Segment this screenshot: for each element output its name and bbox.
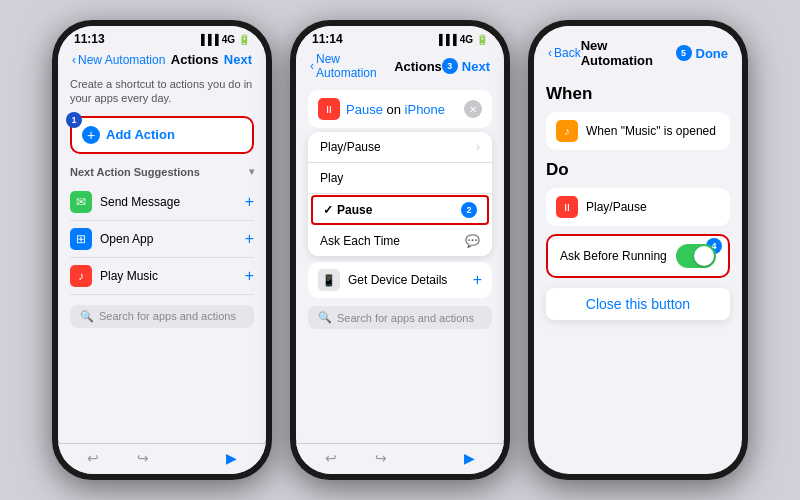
ask-toggle[interactable] (676, 244, 716, 268)
list-item[interactable]: ⊞ Open App + (70, 221, 254, 258)
get-device-row[interactable]: 📱 Get Device Details + (308, 262, 492, 298)
screen-content-1: Create a shortcut to actions you do in y… (58, 71, 266, 443)
nav-next-2[interactable]: Next (462, 59, 490, 74)
dropdown-label-3: Ask Each Time (320, 234, 400, 248)
badge-1: 1 (66, 112, 82, 128)
open-app-icon: ⊞ (70, 228, 92, 250)
search-bar-1[interactable]: 🔍 Search for apps and actions (70, 305, 254, 328)
open-app-label: Open App (100, 232, 153, 246)
suggestions-header: Next Action Suggestions ▾ (70, 166, 254, 178)
close-tooltip-text: Close this button (586, 296, 690, 312)
add-play-music-button[interactable]: + (245, 267, 254, 285)
toggle-container: 4 (676, 244, 716, 268)
nav-back-3[interactable]: ‹ Back (548, 46, 581, 60)
pause-text: Pause (346, 102, 383, 117)
dropdown-play[interactable]: Play (308, 163, 492, 194)
list-item[interactable]: ✉ Send Message + (70, 184, 254, 221)
dropdown-pause[interactable]: ✓ Pause 2 (311, 195, 489, 225)
nav-back-2[interactable]: ‹ New Automation (310, 52, 394, 80)
redo-icon-1[interactable]: ↪ (137, 450, 149, 466)
nav-bar-1: ‹ New Automation Actions Next (58, 48, 266, 71)
chevron-down-icon: ▾ (249, 166, 254, 177)
toggle-thumb (694, 246, 714, 266)
play-pause-row[interactable]: ⏸ Play/Pause (546, 188, 730, 226)
bottom-bar-2: ↩ ↪ ▶ (296, 443, 504, 474)
badge-3: 3 (442, 58, 458, 74)
nav-right-3: 5 Done (676, 45, 729, 61)
phone-1: 11:13 ▐▐▐ 4G 🔋 ‹ New Automation Actions … (52, 20, 272, 480)
play-pause-icon: ⏸ (556, 196, 578, 218)
chevron-left-icon-2: ‹ (310, 59, 314, 73)
close-action-button[interactable]: ✕ (464, 100, 482, 118)
when-text: When "Music" is opened (586, 124, 716, 138)
checkmark-icon: ✓ (323, 203, 333, 217)
nav-back-1[interactable]: ‹ New Automation (72, 53, 165, 67)
phone-3: ‹ Back New Automation 5 Done When ♪ When… (528, 20, 748, 480)
redo-icon-2[interactable]: ↪ (375, 450, 387, 466)
close-tooltip[interactable]: Close this button (546, 288, 730, 320)
undo-icon-1[interactable]: ↩ (87, 450, 99, 466)
dropdown-ask-time[interactable]: Ask Each Time 💬 (308, 226, 492, 256)
add-open-app-button[interactable]: + (245, 230, 254, 248)
play-pause-label: Play/Pause (586, 200, 647, 214)
nav-title-2: Actions (394, 59, 442, 74)
ask-before-running-row[interactable]: Ask Before Running 4 (546, 234, 730, 278)
dropdown-label-2: Pause (337, 203, 372, 217)
badge-5: 5 (676, 45, 692, 61)
status-bar-3 (534, 26, 742, 34)
description-1: Create a shortcut to actions you do in y… (70, 77, 254, 106)
when-title: When (546, 84, 730, 104)
network-1: 4G (222, 34, 235, 45)
status-icons-1: ▐▐▐ 4G 🔋 (197, 34, 250, 45)
nav-done-3[interactable]: Done (696, 46, 729, 61)
send-message-icon: ✉ (70, 191, 92, 213)
send-message-label: Send Message (100, 195, 180, 209)
add-send-message-button[interactable]: + (245, 193, 254, 211)
badge-2: 2 (461, 202, 477, 218)
network-2: 4G (460, 34, 473, 45)
search-icon-2: 🔍 (318, 311, 332, 324)
nav-back-label-1: New Automation (78, 53, 165, 67)
signal-icon-2: ▐▐▐ (435, 34, 456, 45)
ask-container: Ask Before Running 4 (546, 234, 730, 278)
nav-bar-2: ‹ New Automation Actions 3 Next (296, 48, 504, 84)
battery-2: 🔋 (476, 34, 488, 45)
add-action-button[interactable]: 1 + Add Action (70, 116, 254, 154)
signal-icon-1: ▐▐▐ (197, 34, 218, 45)
pause-icon: ⏸ (318, 98, 340, 120)
dropdown-menu: Play/Pause › Play ✓ Pause 2 Ask Each Tim… (308, 132, 492, 256)
when-row[interactable]: ♪ When "Music" is opened (546, 112, 730, 150)
action-row-2[interactable]: ⏸ Pause on iPhone ✕ (308, 90, 492, 128)
chat-icon: 💬 (465, 234, 480, 248)
search-placeholder-2: Search for apps and actions (337, 312, 474, 324)
nav-next-1[interactable]: Next (224, 52, 252, 67)
add-device-details-button[interactable]: + (473, 271, 482, 289)
dropdown-label-1: Play (320, 171, 343, 185)
device-details-icon: 📱 (318, 269, 340, 291)
on-text: on (387, 102, 405, 117)
status-bar-1: 11:13 ▐▐▐ 4G 🔋 (58, 26, 266, 48)
time-2: 11:14 (312, 32, 343, 46)
device-details-label: Get Device Details (348, 273, 447, 287)
search-bar-2[interactable]: 🔍 Search for apps and actions (308, 306, 492, 329)
status-icons-2: ▐▐▐ 4G 🔋 (435, 34, 488, 45)
play-icon-1[interactable]: ▶ (226, 450, 237, 466)
search-placeholder-1: Search for apps and actions (99, 310, 236, 322)
chevron-left-icon-1: ‹ (72, 53, 76, 67)
phone-2: 11:14 ▐▐▐ 4G 🔋 ‹ New Automation Actions … (290, 20, 510, 480)
nav-right-2: 3 Next (442, 58, 490, 74)
chevron-right-icon: › (476, 140, 480, 154)
dropdown-play-pause[interactable]: Play/Pause › (308, 132, 492, 163)
undo-icon-2[interactable]: ↩ (325, 450, 337, 466)
music-icon: ♪ (556, 120, 578, 142)
dropdown-label-0: Play/Pause (320, 140, 381, 154)
device-text: iPhone (405, 102, 445, 117)
nav-back-label-2: New Automation (316, 52, 394, 80)
nav-title-3: New Automation (581, 38, 676, 68)
bottom-bar-1: ↩ ↪ ▶ (58, 443, 266, 474)
list-item[interactable]: ♪ Play Music + (70, 258, 254, 295)
play-icon-2[interactable]: ▶ (464, 450, 475, 466)
plus-icon: + (82, 126, 100, 144)
play-music-label: Play Music (100, 269, 158, 283)
suggestions-title: Next Action Suggestions (70, 166, 200, 178)
